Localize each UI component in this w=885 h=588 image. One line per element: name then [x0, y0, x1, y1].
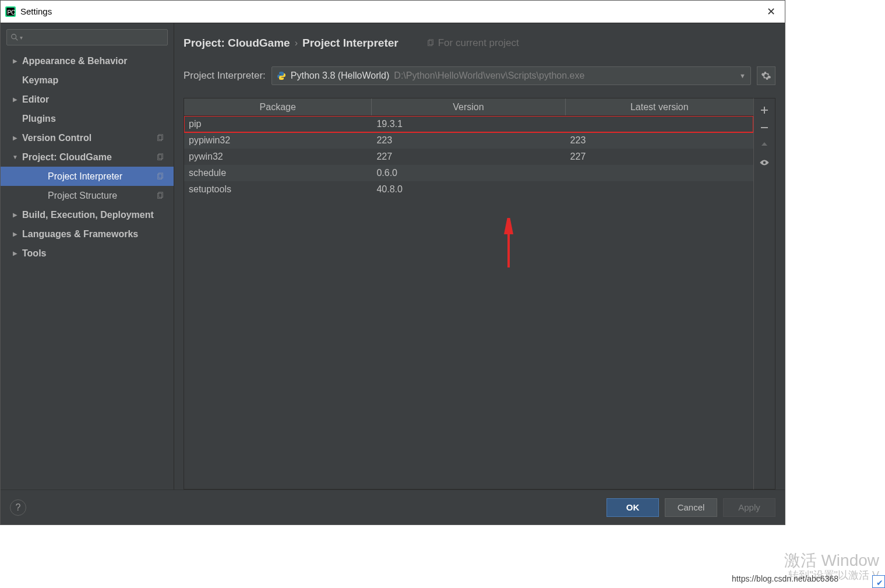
table-row[interactable]: schedule0.6.0: [184, 165, 753, 181]
blog-url-overlay: https://blog.csdn.net/abc6368: [732, 574, 838, 583]
sidebar-item-label: Plugins: [22, 114, 174, 124]
windows-activation-watermark: 激活 Window: [784, 550, 879, 572]
package-table: Package Version Latest version pip19.3.1…: [184, 98, 753, 490]
sidebar-item-label: Languages & Frameworks: [22, 229, 174, 240]
interpreter-settings-button[interactable]: [757, 66, 775, 85]
chevron-right-icon: [11, 115, 19, 123]
sidebar-item-plugins[interactable]: Plugins: [1, 109, 174, 128]
cell-package: pypiwin32: [184, 135, 372, 146]
sidebar-item-label: Project: CloudGame: [22, 152, 174, 163]
interpreter-dropdown[interactable]: Python 3.8 (HelloWorld) D:\Python\HelloW…: [272, 66, 751, 85]
sidebar-item-appearance-behavior[interactable]: ▶Appearance & Behavior: [1, 51, 174, 71]
chevron-right-icon: [37, 172, 45, 181]
settings-window: PC Settings ✕ ▾ ▶Appearance & BehaviorKe…: [0, 0, 785, 525]
table-row[interactable]: pypiwin32223223: [184, 132, 753, 149]
sidebar-item-label: Appearance & Behavior: [22, 56, 174, 66]
window-title: Settings: [20, 6, 762, 16]
column-version[interactable]: Version: [372, 98, 565, 115]
cell-latest: 223: [566, 135, 753, 146]
breadcrumb-hint: For current project: [426, 37, 519, 49]
chevron-down-icon: ▼: [11, 153, 19, 161]
apply-button[interactable]: Apply: [723, 498, 775, 517]
sidebar-item-label: Tools: [22, 248, 174, 259]
breadcrumb-page: Project Interpreter: [302, 37, 399, 50]
sidebar-item-editor[interactable]: ▶Editor: [1, 90, 174, 109]
copy-icon: [156, 192, 164, 200]
table-row[interactable]: setuptools40.8.0: [184, 181, 753, 198]
cell-latest: 227: [566, 152, 753, 162]
sidebar-item-label: Keymap: [22, 75, 174, 86]
cancel-button[interactable]: Cancel: [665, 498, 717, 517]
sidebar-item-label: Build, Execution, Deployment: [22, 210, 174, 220]
titlebar: PC Settings ✕: [1, 1, 785, 23]
gear-icon: [761, 71, 771, 81]
sidebar-item-build-execution-deployment[interactable]: ▶Build, Execution, Deployment: [1, 205, 174, 224]
sidebar-item-project-structure[interactable]: Project Structure: [1, 186, 174, 205]
copy-icon: [156, 134, 164, 142]
package-toolbar: [753, 98, 775, 490]
table-row[interactable]: pywin32227227: [184, 149, 753, 165]
table-row[interactable]: pip19.3.1: [184, 116, 753, 132]
app-icon: PC: [5, 6, 16, 17]
svg-point-3: [12, 34, 16, 39]
arrow-up-icon: [760, 140, 769, 150]
remove-package-button[interactable]: [757, 121, 771, 135]
breadcrumb-project: Project: CloudGame: [184, 37, 290, 50]
dialog-body: ▾ ▶Appearance & BehaviorKeymap▶EditorPlu…: [1, 23, 785, 490]
main-panel: Project: CloudGame › Project Interpreter…: [174, 23, 785, 490]
sidebar-item-label: Version Control: [22, 133, 174, 143]
cell-package: pywin32: [184, 152, 372, 162]
chevron-right-icon: ▶: [11, 249, 19, 258]
settings-tree: ▶Appearance & BehaviorKeymap▶EditorPlugi…: [1, 51, 174, 263]
chevron-right-icon: [37, 192, 45, 200]
chevron-right-icon: ▶: [11, 134, 19, 142]
plus-icon: [760, 105, 769, 115]
chevron-right-icon: ▶: [11, 211, 19, 219]
python-icon: [277, 71, 286, 80]
sidebar-item-tools[interactable]: ▶Tools: [1, 244, 174, 263]
show-early-releases-button[interactable]: [757, 156, 771, 170]
sidebar-item-project-cloudgame[interactable]: ▼Project: CloudGame: [1, 147, 174, 167]
breadcrumb: Project: CloudGame › Project Interpreter…: [184, 31, 775, 55]
add-package-button[interactable]: [757, 103, 771, 117]
chevron-right-icon: [11, 76, 19, 84]
search-input[interactable]: ▾: [6, 29, 168, 45]
search-icon: [10, 33, 19, 41]
interpreter-row: Project Interpreter: Python 3.8 (HelloWo…: [184, 66, 775, 85]
upgrade-package-button[interactable]: [757, 138, 771, 152]
cell-package: pip: [184, 119, 372, 129]
package-area: Package Version Latest version pip19.3.1…: [184, 98, 775, 490]
help-button[interactable]: ?: [10, 499, 26, 516]
chevron-right-icon: ▶: [11, 230, 19, 238]
close-button[interactable]: ✕: [762, 5, 780, 18]
windows-activation-watermark-sub: 转到"设置"以激活 V: [788, 568, 879, 582]
cell-package: schedule: [184, 168, 372, 178]
column-latest[interactable]: Latest version: [566, 98, 753, 115]
table-body: pip19.3.1pypiwin32223223pywin32227227sch…: [184, 116, 753, 489]
sidebar-item-label: Project Structure: [48, 191, 174, 201]
cell-version: 223: [372, 135, 565, 146]
sidebar-item-project-interpreter[interactable]: Project Interpreter: [1, 167, 174, 186]
copy-icon: [156, 153, 164, 161]
interpreter-path: D:\Python\HelloWorld\venv\Scripts\python…: [394, 71, 584, 81]
sidebar-item-keymap[interactable]: Keymap: [1, 71, 174, 90]
cell-package: setuptools: [184, 184, 372, 195]
sidebar-item-label: Editor: [22, 94, 174, 105]
cell-version: 19.3.1: [372, 119, 565, 129]
chevron-right-icon: ▶: [11, 96, 19, 104]
column-package[interactable]: Package: [184, 98, 372, 115]
dialog-footer: ? OK Cancel Apply: [1, 490, 785, 524]
cell-version: 40.8.0: [372, 184, 565, 195]
breadcrumb-separator: ›: [295, 38, 298, 48]
sidebar-item-version-control[interactable]: ▶Version Control: [1, 128, 174, 147]
search-dropdown-icon: ▾: [20, 34, 23, 41]
copy-icon: [156, 172, 164, 181]
ok-button[interactable]: OK: [607, 498, 659, 517]
svg-rect-15: [761, 127, 768, 128]
svg-line-4: [16, 38, 18, 41]
cell-version: 0.6.0: [372, 168, 565, 178]
sidebar-item-languages-frameworks[interactable]: ▶Languages & Frameworks: [1, 224, 174, 244]
cell-version: 227: [372, 152, 565, 162]
table-header: Package Version Latest version: [184, 98, 753, 116]
chevron-right-icon: ▶: [11, 57, 19, 65]
